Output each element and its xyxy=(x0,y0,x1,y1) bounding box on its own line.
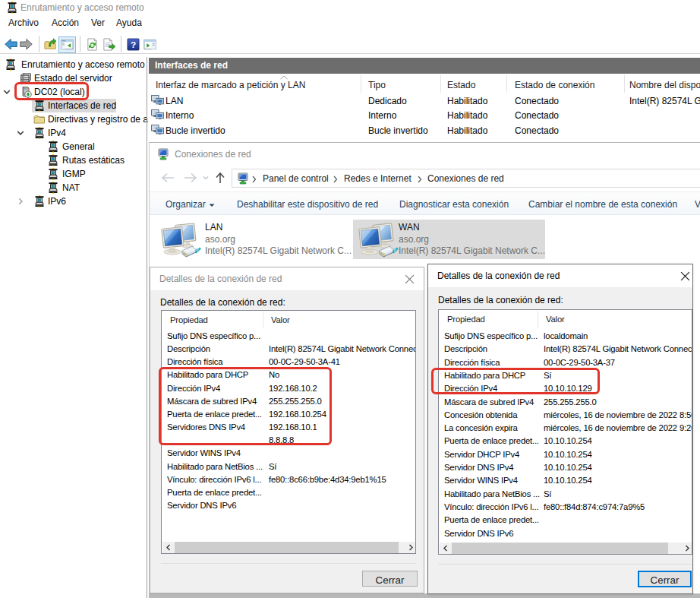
show-action-pane-icon[interactable] xyxy=(143,38,156,51)
tree-item-rutas-est-ticas[interactable]: Rutas estáticas xyxy=(0,153,147,167)
property-name: Servidor DNS IPv6 xyxy=(444,529,542,538)
nav-up-icon[interactable] xyxy=(215,172,225,184)
forward-icon[interactable] xyxy=(20,38,33,51)
dialog-titlebar[interactable]: Detalles de la conexión de red xyxy=(150,267,424,290)
tree-item-interfaces-de-red[interactable]: Interfaces de red xyxy=(0,99,147,112)
dialog-wan-details: Detalles de la conexión de red Detalles … xyxy=(427,264,693,594)
column-header[interactable]: Estado xyxy=(447,80,475,90)
property-value: 255.255.255.0 xyxy=(544,397,597,407)
toolbar-separator xyxy=(39,36,39,52)
tree-item-nat[interactable]: NAT xyxy=(0,181,147,195)
refresh-icon[interactable] xyxy=(86,38,99,51)
organizar-dropdown-icon[interactable] xyxy=(209,204,215,207)
chevron-down-icon[interactable] xyxy=(17,129,24,137)
tree-item-label: NAT xyxy=(62,182,80,193)
command-diagnosticar[interactable]: Diagnosticar esta conexión xyxy=(399,199,509,210)
close-button[interactable]: Cerrar xyxy=(638,571,692,587)
column-separator[interactable] xyxy=(624,75,625,93)
column-separator[interactable] xyxy=(263,312,263,328)
dialog-separator xyxy=(161,563,416,564)
property-name: Puerta de enlace predet... xyxy=(167,488,267,497)
node-icon xyxy=(33,100,46,112)
column-header[interactable]: Estado de conexión xyxy=(515,80,594,90)
scroll-left-button[interactable] xyxy=(440,543,452,554)
column-header-valor[interactable]: Valor xyxy=(546,315,565,324)
nav-history-dropdown-icon[interactable] xyxy=(203,176,209,180)
property-value: localdomain xyxy=(544,331,588,340)
scroll-left-icon[interactable] xyxy=(443,545,449,552)
breadcrumb-item[interactable]: Redes e Internet xyxy=(344,173,411,184)
back-icon[interactable] xyxy=(5,38,17,51)
breadcrumb-item[interactable]: Panel de control xyxy=(263,173,329,184)
property-value: Sí xyxy=(269,462,276,471)
horizontal-scrollbar[interactable] xyxy=(440,543,692,554)
scroll-right-icon[interactable] xyxy=(408,544,414,551)
property-value: 10.10.10.254 xyxy=(544,436,592,445)
column-separator[interactable] xyxy=(506,75,507,93)
up-folder-icon[interactable] xyxy=(44,38,57,51)
scroll-right-button[interactable] xyxy=(404,542,416,553)
show-console-tree-icon[interactable] xyxy=(61,38,74,51)
scroll-right-icon[interactable] xyxy=(684,545,690,552)
tree-item-enrutamiento-y-acceso-remoto[interactable]: Enrutamiento y acceso remoto xyxy=(0,58,147,71)
tree-item-general[interactable]: General xyxy=(0,140,147,153)
menu-ver[interactable]: Ver xyxy=(91,17,105,28)
network-connection-icon xyxy=(356,222,399,258)
property-name: Habilitado para NetBios ... xyxy=(167,462,267,471)
command-cambiar[interactable]: Cambiar el nombre de esta conexión xyxy=(528,199,677,210)
property-value: 10.10.10.254 xyxy=(544,450,592,459)
menu-ayuda[interactable]: Ayuda xyxy=(116,17,142,28)
chevron-down-icon[interactable] xyxy=(3,88,11,96)
tree-item-ipv4[interactable]: IPv4 xyxy=(0,126,147,140)
scroll-left-button[interactable] xyxy=(162,542,175,553)
column-header[interactable]: Nombre del dispo xyxy=(629,80,700,90)
tree-item-ipv6[interactable]: IPv6 xyxy=(0,195,147,208)
command-deshabilitar[interactable]: Deshabilitar este dispositivo de red xyxy=(237,199,378,210)
property-name: Descripción xyxy=(167,344,267,353)
dialog-section-label: Detalles de la conexión de red: xyxy=(438,295,563,305)
nav-back-icon[interactable] xyxy=(160,172,175,183)
rras-app-icon xyxy=(6,2,18,14)
column-header-valor[interactable]: Valor xyxy=(271,315,290,324)
annotation-dc02 xyxy=(14,82,89,100)
toolbar-separator xyxy=(121,36,121,52)
address-bar[interactable]: Panel de controlRedes e InternetConexion… xyxy=(232,169,700,188)
close-icon[interactable] xyxy=(405,274,415,284)
column-separator[interactable] xyxy=(538,311,538,327)
command-organizar[interactable]: Organizar xyxy=(166,199,206,210)
scrollbar-thumb[interactable] xyxy=(452,543,668,554)
column-separator[interactable] xyxy=(440,75,441,93)
interface-icon xyxy=(151,125,164,135)
property-name: Puerta de enlace predet... xyxy=(444,436,542,445)
close-icon[interactable] xyxy=(680,271,690,281)
close-button[interactable]: Cerrar xyxy=(362,571,418,587)
list-cell-estado: Habilitado xyxy=(447,125,487,136)
help-icon[interactable] xyxy=(127,38,140,51)
column-header-propiedad[interactable]: Propiedad xyxy=(447,315,485,324)
column-separator[interactable] xyxy=(361,75,361,93)
tree-item-igmp[interactable]: IGMP xyxy=(0,167,147,181)
connection-name: WAN xyxy=(399,222,420,233)
list-cell-name[interactable]: Bucle invertido xyxy=(166,125,225,136)
column-header-propiedad[interactable]: Propiedad xyxy=(170,315,208,324)
menu-archivo[interactable]: Archivo xyxy=(8,17,39,28)
list-cell-name[interactable]: LAN xyxy=(166,96,183,106)
breadcrumb-item[interactable]: Conexiones de red xyxy=(427,173,504,184)
horizontal-scrollbar[interactable] xyxy=(162,542,416,553)
chevron-right-icon[interactable] xyxy=(17,198,24,205)
scroll-left-icon[interactable] xyxy=(166,544,172,551)
column-header[interactable]: Tipo xyxy=(368,80,386,90)
menu-accin[interactable]: Acción xyxy=(52,17,79,28)
command-v[interactable]: V xyxy=(695,199,700,210)
explorer-window-title: Conexiones de red xyxy=(175,149,251,160)
tree-item-directivas-y-registro-de-a[interactable]: Directivas y registro de a xyxy=(0,112,147,126)
pane-divider[interactable] xyxy=(147,57,147,598)
property-name: Vínculo: dirección IPv6 l... xyxy=(167,475,267,484)
list-cell-name[interactable]: Interno xyxy=(166,110,194,121)
export-list-icon[interactable] xyxy=(102,38,115,51)
scrollbar-thumb[interactable] xyxy=(175,542,399,553)
column-header[interactable]: Interfaz de marcado a petición y LAN xyxy=(156,80,305,90)
nav-forward-icon[interactable] xyxy=(183,172,198,183)
dialog-titlebar[interactable]: Detalles de la conexión de red xyxy=(428,264,692,287)
scroll-right-button[interactable] xyxy=(680,543,692,554)
